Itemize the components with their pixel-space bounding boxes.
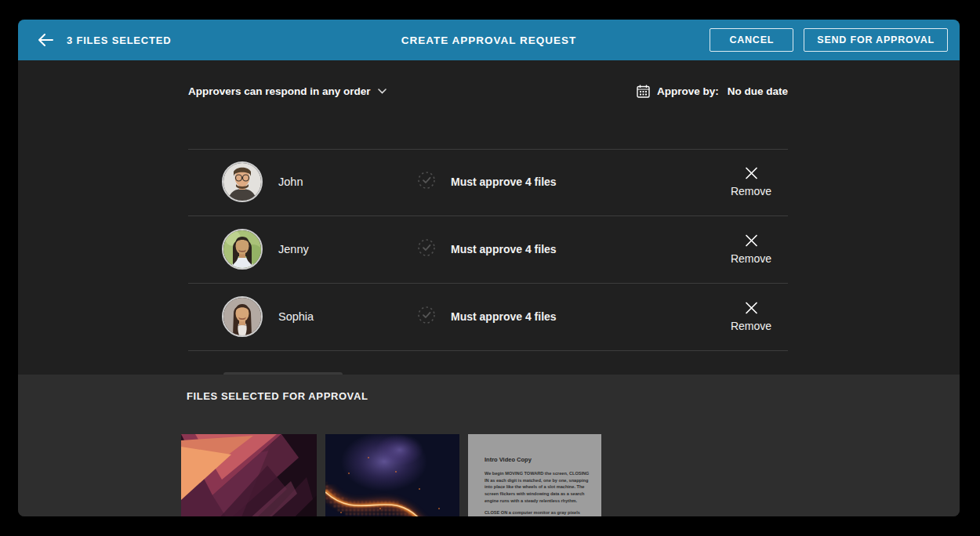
files-panel-title: FILES SELECTED FOR APPROVAL: [187, 390, 368, 402]
calendar-icon: [637, 85, 650, 98]
avatar-john: [222, 161, 263, 202]
approver-row-jenny: Jenny Must approve 4 files Remove: [188, 216, 788, 282]
avatar-sophia: [222, 296, 263, 337]
approver-requirement: Must approve 4 files: [451, 310, 557, 323]
dialog-header: 3 FILES SELECTED CREATE APPROVAL REQUEST…: [18, 20, 960, 60]
approver-name: Sophia: [278, 310, 314, 323]
send-for-approval-button[interactable]: SEND FOR APPROVAL: [804, 28, 948, 52]
avatar-jenny: [222, 229, 263, 270]
close-icon: [745, 302, 758, 315]
dashed-circle-check-icon: [417, 306, 436, 328]
due-date-value: No due date: [728, 85, 788, 97]
file-thumbnails: Intro Video Copy We begin MOVING TOWARD …: [181, 434, 601, 516]
approver-name: Jenny: [278, 243, 309, 255]
file-thumbnail-particle-wave-image[interactable]: [325, 434, 459, 516]
document-paragraph: CLOSE ON a computer monitor as gray pixe…: [485, 509, 591, 516]
document-title: Intro Video Copy: [485, 456, 591, 463]
close-icon: [745, 167, 758, 180]
remove-label: Remove: [731, 320, 771, 332]
chevron-down-icon: [378, 89, 387, 94]
approver-order-dropdown[interactable]: Approvers can respond in any order: [188, 85, 387, 97]
approve-by-due-date[interactable]: Approve by: No due date: [637, 85, 788, 98]
files-panel: FILES SELECTED FOR APPROVAL: [18, 375, 960, 516]
approver-row-john: John Must approve 4 files Remove: [188, 149, 788, 215]
file-thumbnail-document[interactable]: Intro Video Copy We begin MOVING TOWARD …: [468, 434, 601, 516]
dashed-circle-check-icon: [417, 238, 436, 260]
header-actions: CANCEL SEND FOR APPROVAL: [710, 28, 948, 52]
approver-row-sophia: Sophia Must approve 4 files Remove: [188, 284, 788, 349]
remove-label: Remove: [731, 252, 771, 265]
cancel-button[interactable]: CANCEL: [710, 28, 793, 52]
dashed-circle-check-icon: [417, 171, 436, 193]
files-selected-count: 3 FILES SELECTED: [67, 34, 171, 46]
approver-name: John: [278, 176, 303, 188]
file-thumbnail-geometric-image[interactable]: [181, 434, 317, 516]
approvers-panel: Approvers can respond in any order Appro…: [18, 60, 960, 375]
panel-controls-row: Approvers can respond in any order Appro…: [188, 81, 788, 101]
remove-approver-button[interactable]: Remove: [715, 302, 787, 332]
close-icon: [745, 234, 758, 248]
document-paragraph: We begin MOVING TOWARD the screen, CLOSI…: [485, 470, 591, 504]
approval-request-dialog: 3 FILES SELECTED CREATE APPROVAL REQUEST…: [18, 20, 960, 516]
approver-requirement: Must approve 4 files: [451, 243, 557, 255]
remove-approver-button[interactable]: Remove: [715, 234, 787, 265]
divider: [188, 350, 788, 351]
back-arrow-icon[interactable]: [35, 30, 56, 50]
approve-by-label: Approve by:: [657, 85, 719, 97]
remove-label: Remove: [731, 185, 771, 197]
approver-requirement: Must approve 4 files: [451, 176, 557, 188]
remove-approver-button[interactable]: Remove: [715, 167, 787, 197]
approver-order-label: Approvers can respond in any order: [188, 85, 371, 97]
